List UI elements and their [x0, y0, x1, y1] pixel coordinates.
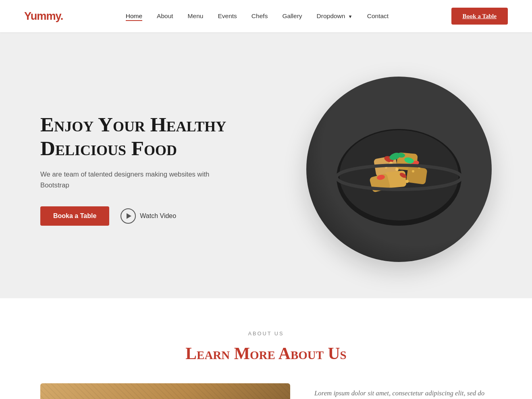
nav-link-menu[interactable]: Menu — [188, 12, 204, 19]
brand-name: Yummy — [24, 10, 60, 22]
watch-video-label: Watch Video — [140, 212, 176, 220]
texture-overlay — [40, 383, 290, 399]
hero-actions: Booka a Table Watch Video — [40, 206, 234, 226]
nav-link-gallery[interactable]: Gallery — [282, 12, 302, 19]
nav-link-chefs[interactable]: Chefs — [251, 12, 268, 19]
nav-book-table-button[interactable]: Book a Table — [451, 8, 508, 25]
nav-item-menu[interactable]: Menu — [188, 12, 204, 20]
food-illustration — [326, 97, 472, 242]
about-restaurant-image — [40, 383, 290, 399]
nav-item-dropdown[interactable]: Dropdown ▼ — [317, 12, 353, 20]
about-heading-accent: About Us — [278, 344, 347, 363]
brand-logo[interactable]: Yummy. — [24, 10, 63, 23]
about-text-content: Lorem ipsum dolor sit amet, consectetur … — [314, 383, 492, 399]
about-heading-plain: Learn More — [185, 344, 278, 363]
brand-dot: . — [60, 10, 63, 22]
svg-rect-5 — [406, 166, 427, 185]
svg-point-16 — [395, 168, 399, 171]
about-bottom: Lorem ipsum dolor sit amet, consectetur … — [40, 383, 492, 399]
svg-point-17 — [412, 170, 414, 172]
nav-link-home[interactable]: Home — [126, 12, 142, 21]
book-table-button[interactable]: Booka a Table — [40, 206, 109, 226]
nav-item-events[interactable]: Events — [218, 12, 237, 20]
nav-link-events[interactable]: Events — [218, 12, 237, 19]
nav-item-contact[interactable]: Contact — [367, 12, 389, 20]
play-icon — [121, 208, 136, 224]
nav-item-gallery[interactable]: Gallery — [282, 12, 302, 20]
hero-subtitle: We are team of talented designers making… — [40, 169, 234, 191]
nav-link-dropdown[interactable]: Dropdown ▼ — [317, 12, 353, 19]
nav-links: Home About Menu Events Chefs Gallery Dro… — [126, 12, 389, 20]
hero-content: Enjoy Your Healthy Delicious Food We are… — [40, 113, 234, 226]
watch-video-button[interactable]: Watch Video — [121, 208, 176, 224]
hero-food-image-wrap — [306, 77, 492, 262]
about-heading: Learn More About Us — [40, 344, 492, 363]
hero-title: Enjoy Your Healthy Delicious Food — [40, 113, 234, 160]
nav-link-about[interactable]: About — [157, 12, 173, 19]
nav-item-about[interactable]: About — [157, 12, 173, 20]
nav-item-chefs[interactable]: Chefs — [251, 12, 268, 20]
about-label: ABOUT US — [40, 330, 492, 337]
about-section: ABOUT US Learn More About Us Lorem ipsum… — [0, 298, 532, 399]
svg-point-19 — [405, 180, 409, 183]
play-triangle-icon — [127, 213, 131, 219]
nav-link-contact[interactable]: Contact — [367, 12, 389, 19]
chevron-down-icon: ▼ — [348, 14, 353, 19]
hero-section: Enjoy Your Healthy Delicious Food We are… — [0, 32, 532, 298]
about-body-text: Lorem ipsum dolor sit amet, consectetur … — [314, 387, 492, 399]
navbar: Yummy. Home About Menu Events Chefs Gall… — [0, 0, 532, 32]
hero-food-image — [306, 77, 492, 262]
nav-item-home[interactable]: Home — [126, 12, 142, 20]
